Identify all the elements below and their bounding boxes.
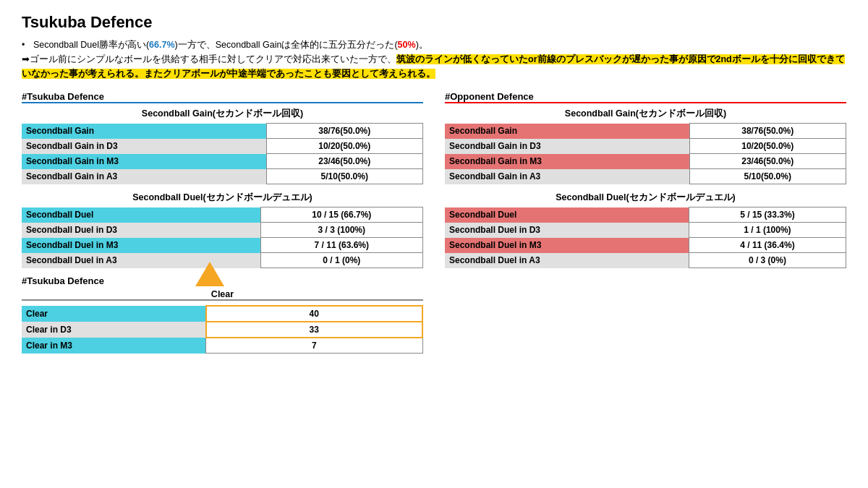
main-sections: #Tsukuba Defence Secondball Gain(セカンドボール… [22,91,846,361]
cell-label: Secondball Gain in A3 [22,169,266,184]
cell-label: Secondball Duel in D3 [22,223,260,238]
cell-value: 3 / 3 (100%) [260,223,422,238]
cell-label: Secondball Gain in D3 [445,139,689,154]
cell-label: Secondball Duel [445,207,689,223]
table-row: Clear in M3 7 [22,338,422,354]
table-row: Clear in D3 33 [22,322,422,338]
table-row: Secondball Gain 38/76(50.0%) [445,124,846,139]
table-row: Secondball Duel 5 / 15 (33.3%) [445,207,846,223]
cell-value: 5 / 15 (33.3%) [689,207,846,223]
cell-label: Secondball Gain in M3 [22,154,266,169]
opponent-header: #Opponent Defence [445,91,846,103]
cell-value: 23/46(50.0%) [266,154,422,169]
table-row: Secondball Gain in M3 23/46(50.0%) [445,154,846,169]
tsukuba-header: #Tsukuba Defence [22,91,423,103]
table-row: Secondball Gain in A3 5/10(50.0%) [445,169,846,184]
tsukuba-duel-table: Secondball Duel 10 / 15 (66.7%) Secondba… [22,207,423,268]
analysis-text: • Secondball Duel勝率が高い(66.7%)一方で、Secondb… [22,38,846,81]
cell-value: 10/20(50.0%) [266,139,422,154]
cell-value: 40 [206,306,422,322]
table-row: Secondball Duel in A3 0 / 3 (0%) [445,253,846,268]
cell-value: 33 [206,322,422,338]
cell-label: Clear in D3 [22,322,206,338]
clear-arrow-section: #Tsukuba Defence Clear Clear 40 Clear in… [22,275,423,361]
cell-label: Secondball Gain in M3 [445,154,689,169]
bullet-point: • [22,40,25,50]
opponent-gain-title: Secondball Gain(セカンドボール回収) [445,108,846,120]
table-row: Secondball Duel in M3 7 / 11 (63.6%) [22,238,423,253]
table-row: Secondball Gain in D3 10/20(50.0%) [445,139,846,154]
opponent-section: #Opponent Defence Secondball Gain(セカンドボー… [445,91,846,275]
table-row: Secondball Duel in D3 1 / 1 (100%) [445,223,846,238]
cell-label: Secondball Duel in A3 [22,253,260,268]
cell-label: Secondball Gain [445,124,689,139]
cell-label: Secondball Gain in D3 [22,139,266,154]
clear-title: Clear [22,289,423,301]
page-title: Tsukuba Defence [22,13,846,32]
cell-value: 5/10(50.0%) [689,169,846,184]
arrow-up-icon [195,262,224,286]
cell-value: 38/76(50.0%) [689,124,846,139]
tsukuba-duel-title: Secondball Duel(セカンドボールデュエル) [22,192,423,204]
table-row: Secondball Duel in M3 4 / 11 (36.4%) [445,238,846,253]
cell-label: Secondball Duel [22,207,260,223]
tsukuba-gain-table: Secondball Gain 38/76(50.0%) Secondball … [22,123,423,184]
cell-value: 10 / 15 (66.7%) [260,207,422,223]
tsukuba-gain-title: Secondball Gain(セカンドボール回収) [22,108,423,120]
opponent-duel-title: Secondball Duel(セカンドボールデュエル) [445,192,846,204]
cell-label: Secondball Duel in M3 [22,238,260,253]
table-row: Secondball Gain in D3 10/20(50.0%) [22,139,423,154]
cell-value: 0 / 1 (0%) [260,253,422,268]
cell-value: 38/76(50.0%) [266,124,422,139]
cell-label: Secondball Gain in A3 [445,169,689,184]
table-row: Clear 40 [22,306,422,322]
table-row: Secondball Duel in D3 3 / 3 (100%) [22,223,423,238]
cell-value: 0 / 3 (0%) [689,253,846,268]
cell-label: Secondball Duel in A3 [445,253,689,268]
cell-value: 5/10(50.0%) [266,169,422,184]
table-row: Secondball Gain 38/76(50.0%) [22,124,423,139]
cell-label: Secondball Duel in D3 [445,223,689,238]
cell-value: 10/20(50.0%) [689,139,846,154]
tsukuba-section: #Tsukuba Defence Secondball Gain(セカンドボール… [22,91,423,361]
opponent-gain-table: Secondball Gain 38/76(50.0%) Secondball … [445,123,846,184]
cell-value: 1 / 1 (100%) [689,223,846,238]
cell-label: Secondball Duel in M3 [445,238,689,253]
page: Tsukuba Defence • Secondball Duel勝率が高い(6… [0,0,868,488]
table-row: Secondball Gain in M3 23/46(50.0%) [22,154,423,169]
cell-label: Secondball Gain [22,124,266,139]
cell-value: 7 / 11 (63.6%) [260,238,422,253]
cell-value: 7 [206,338,422,354]
cell-value: 23/46(50.0%) [689,154,846,169]
clear-table: Clear 40 Clear in D3 33 Clear in M3 7 [22,305,423,354]
opponent-duel-table: Secondball Duel 5 / 15 (33.3%) Secondbal… [445,207,846,268]
table-row: Secondball Gain in A3 5/10(50.0%) [22,169,423,184]
cell-label: Clear in M3 [22,338,206,354]
cell-value: 4 / 11 (36.4%) [689,238,846,253]
cell-label: Clear [22,306,206,322]
table-row: Secondball Duel 10 / 15 (66.7%) [22,207,423,223]
